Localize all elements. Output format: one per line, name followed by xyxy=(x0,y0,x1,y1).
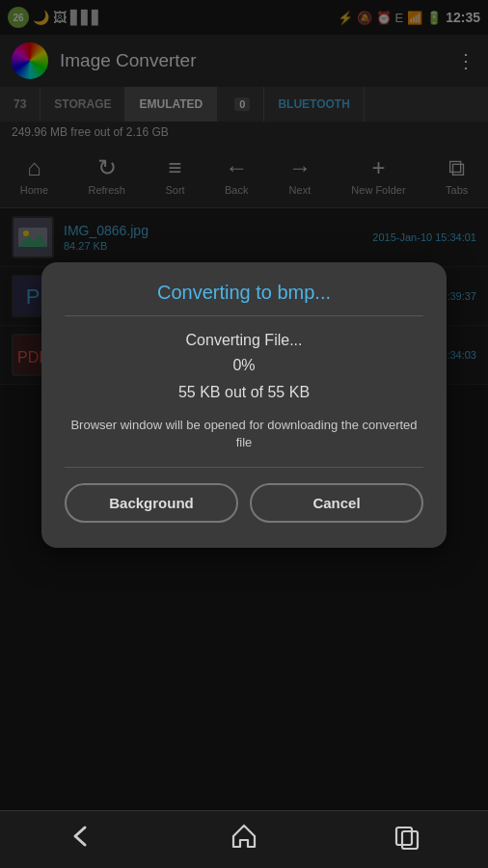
dialog-bottom-divider xyxy=(65,467,423,468)
svg-rect-9 xyxy=(396,827,412,845)
dialog-body: Converting File... 0% 55 KB out of 55 KB… xyxy=(65,332,423,451)
nav-back-button[interactable] xyxy=(48,813,114,866)
nav-recents-button[interactable] xyxy=(374,813,440,866)
dialog-top-divider xyxy=(65,315,423,316)
background-button[interactable]: Background xyxy=(65,483,238,523)
convert-dialog: Converting to bmp... Converting File... … xyxy=(41,262,447,548)
nav-home-button[interactable] xyxy=(211,813,277,866)
dialog-buttons: Background Cancel xyxy=(65,483,423,529)
svg-marker-8 xyxy=(233,826,255,847)
dialog-overlay: Converting to bmp... Converting File... … xyxy=(0,0,488,810)
dialog-size-text: 55 KB out of 55 KB xyxy=(65,384,423,401)
dialog-status-text: Converting File... xyxy=(65,332,423,349)
dialog-title: Converting to bmp... xyxy=(65,282,423,304)
svg-rect-10 xyxy=(402,831,418,849)
dialog-content: Converting to bmp... Converting File... … xyxy=(41,262,447,548)
dialog-percent-text: 0% xyxy=(65,357,423,374)
cancel-button[interactable]: Cancel xyxy=(250,483,423,523)
dialog-note-text: Browser window will be opened for downlo… xyxy=(65,417,423,451)
bottom-nav xyxy=(0,810,488,868)
